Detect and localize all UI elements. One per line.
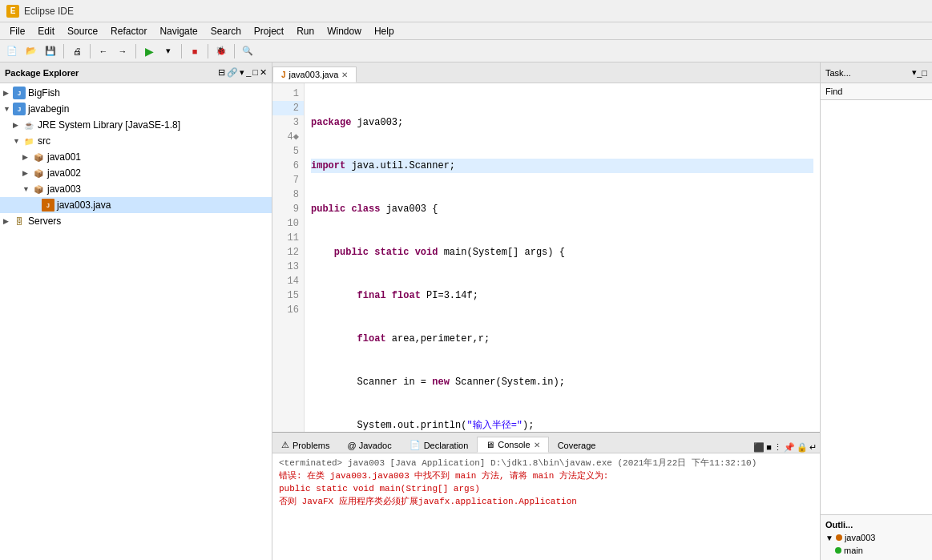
tasks-header: Task... ▾ _ □: [821, 62, 932, 83]
tab-console[interactable]: 🖥 Console ✕: [477, 437, 548, 453]
code-line-7: Scanner in = new Scanner(System.in);: [311, 375, 813, 389]
sep6: [234, 44, 235, 58]
menu-edit[interactable]: Edit: [31, 24, 61, 38]
tab-java003java[interactable]: J java003.java ✕: [272, 66, 357, 83]
forward-btn[interactable]: →: [114, 42, 131, 60]
tree-item-src[interactable]: ▼ 📁 src: [0, 133, 272, 149]
run-btn[interactable]: ▶: [140, 42, 158, 60]
code-line-3: public class java003 {: [311, 202, 813, 216]
tab-declaration[interactable]: 📄 Declaration: [401, 437, 478, 453]
menu-run[interactable]: Run: [290, 24, 321, 38]
tree-item-java003java[interactable]: J java003.java: [0, 197, 272, 213]
method-icon: [835, 547, 841, 554]
label-jre: JRE System Library [JavaSE-1.8]: [38, 119, 180, 131]
stop-btn[interactable]: ■: [186, 42, 204, 60]
word-wrap-icon[interactable]: ↵: [809, 442, 817, 453]
outline-expand-icon: ▼: [825, 534, 833, 542]
project-icon-bigfish: J: [13, 87, 26, 99]
bottom-tab-icons: ⬛ ■ ⋮ 📌 🔒 ↵: [750, 442, 820, 453]
menu-search[interactable]: Search: [204, 24, 248, 38]
back-btn[interactable]: ←: [95, 42, 112, 60]
tab-close-icon[interactable]: ✕: [341, 71, 348, 79]
tab-file-icon: J: [281, 71, 286, 79]
servers-icon: 🗄: [13, 215, 26, 228]
menu-navigate[interactable]: Navigate: [153, 24, 204, 38]
tree-item-jre[interactable]: ▶ ☕ JRE System Library [JavaSE-1.8]: [0, 117, 272, 133]
label-java001: java001: [47, 151, 81, 163]
outline-class-label: java003: [845, 533, 876, 542]
tree-item-java003[interactable]: ▼ 📦 java003: [0, 181, 272, 197]
bottom-panel: ⚠ Problems @ Javadoc 📄 Declaration 🖥 Con…: [272, 432, 820, 560]
console-options-icon[interactable]: ⋮: [773, 442, 782, 453]
stop-console-icon[interactable]: ■: [766, 442, 772, 453]
menu-help[interactable]: Help: [368, 24, 401, 38]
clear-console-icon[interactable]: ⬛: [753, 442, 765, 453]
console-line-2: 错误: 在类 java003.java003 中找不到 main 方法, 请将 …: [279, 469, 813, 482]
far-right-panel: Task... ▾ _ □ Find Outli... ▼ java003 ma…: [820, 62, 932, 560]
debug-btn[interactable]: 🐞: [212, 42, 230, 60]
run-dropdown[interactable]: ▾: [159, 42, 177, 60]
search-btn[interactable]: 🔍: [239, 42, 256, 60]
link-editor-icon[interactable]: 🔗: [227, 67, 238, 78]
menu-window[interactable]: Window: [321, 24, 368, 38]
pin-console-icon[interactable]: 📌: [784, 442, 795, 453]
outline-item-java003[interactable]: ▼ java003: [825, 531, 927, 544]
tasks-title: Task...: [825, 68, 851, 78]
menu-project[interactable]: Project: [248, 24, 290, 38]
outline-item-main[interactable]: main: [825, 544, 927, 557]
tasks-content: [821, 100, 932, 514]
minimize-icon[interactable]: _: [246, 67, 251, 78]
label-servers: Servers: [28, 216, 61, 227]
code-line-8: System.out.println("输入半径=");: [311, 418, 813, 432]
view-menu-icon[interactable]: ▾: [240, 67, 244, 78]
title-text: Eclipse IDE: [24, 6, 74, 17]
collapse-all-icon[interactable]: ⊟: [218, 67, 225, 78]
menu-source[interactable]: Source: [61, 24, 104, 38]
menu-file[interactable]: File: [3, 24, 31, 38]
tree-item-java001[interactable]: ▶ 📦 java001: [0, 149, 272, 165]
code-editor[interactable]: 1 2 3 4◆ 5 6 7 8 9 10 11 12 13 14: [272, 83, 820, 432]
main-layout: Package Explorer ⊟ 🔗 ▾ _ □ ✕ ▶ J BigFish…: [0, 62, 932, 560]
code-line-4: public static void main(System[] args) {: [311, 245, 813, 260]
menu-refactor[interactable]: Refactor: [104, 24, 153, 38]
code-content[interactable]: package java003; import java.util.Scanne…: [305, 83, 820, 432]
tree-item-servers[interactable]: ▶ 🗄 Servers: [0, 213, 272, 229]
line-num-3: 3: [272, 115, 304, 130]
right-main: J java003.java ✕ 1 2 3 4◆ 5 6 7: [272, 62, 932, 560]
new-btn[interactable]: 📄: [3, 42, 21, 60]
console-icon: 🖥: [486, 440, 494, 449]
scroll-lock-icon[interactable]: 🔒: [797, 442, 808, 453]
line-num-14: 14: [272, 274, 304, 288]
line-num-1: 1: [272, 87, 304, 101]
package-explorer-title: Package Explorer: [5, 68, 215, 78]
sep1: [63, 44, 64, 58]
package-icon-java002: 📦: [32, 167, 45, 179]
tab-problems[interactable]: ⚠ Problems: [272, 437, 338, 453]
label-bigfish: BigFish: [28, 87, 60, 99]
package-tree: ▶ J BigFish ▼ J javabegin ▶ ☕ JRE System…: [0, 83, 272, 560]
close-icon[interactable]: ✕: [260, 67, 267, 78]
line-num-11: 11: [272, 231, 304, 245]
pkg-header-icons: ⊟ 🔗 ▾ _ □ ✕: [218, 67, 267, 78]
console-tab-close[interactable]: ✕: [534, 441, 540, 449]
tab-javadoc[interactable]: @ Javadoc: [338, 437, 400, 453]
tree-item-java002[interactable]: ▶ 📦 java002: [0, 165, 272, 181]
maximize-icon[interactable]: □: [252, 67, 258, 78]
arrow-java003: ▼: [22, 185, 32, 193]
tab-coverage[interactable]: Coverage: [549, 437, 605, 453]
line-num-13: 13: [272, 260, 304, 274]
line-num-2: 2: [272, 101, 304, 115]
tree-item-bigfish[interactable]: ▶ J BigFish: [0, 85, 272, 101]
print-btn[interactable]: 🖨: [68, 42, 86, 60]
outline-method-label: main: [844, 546, 863, 555]
save-btn[interactable]: 💾: [42, 42, 59, 60]
find-label: Find: [825, 87, 842, 96]
tasks-maximize-icon[interactable]: □: [922, 68, 927, 78]
find-bar: Find: [821, 83, 932, 100]
line-num-8: 8: [272, 187, 304, 202]
arrow-bigfish: ▶: [3, 89, 13, 97]
open-btn[interactable]: 📂: [22, 42, 40, 60]
label-java002: java002: [47, 167, 81, 179]
tree-item-javabegin[interactable]: ▼ J javabegin: [0, 101, 272, 117]
code-line-6: float area,perimeter,r;: [311, 332, 813, 346]
